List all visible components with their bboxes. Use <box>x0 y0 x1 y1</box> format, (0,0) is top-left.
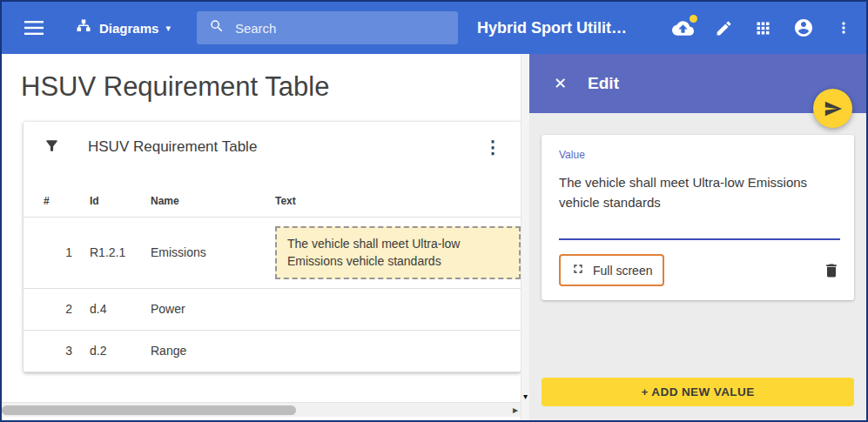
cell-num: 2 <box>44 302 90 316</box>
diagrams-menu[interactable]: Diagrams ▾ <box>75 18 171 37</box>
cell-id: d.2 <box>90 344 151 358</box>
value-card: Value The vehicle shall meet Ultra-low E… <box>542 135 854 300</box>
account-icon[interactable] <box>793 17 814 38</box>
search-icon <box>209 18 225 37</box>
diagrams-label: Diagrams <box>99 21 158 36</box>
edit-pencil-icon[interactable] <box>715 19 733 37</box>
filter-funnel-icon[interactable] <box>44 137 60 157</box>
cell-num: 1 <box>44 245 90 259</box>
diagrams-icon <box>75 18 92 37</box>
edit-panel-title: Edit <box>588 74 619 93</box>
col-header-text: Text <box>275 195 521 207</box>
document-title: Hybrid Sport Utilit… <box>477 19 627 37</box>
topbar-actions <box>672 17 852 39</box>
overflow-kebab-icon[interactable] <box>835 19 852 37</box>
document-panel: HSUV Requirement Table HSUV Requirement … <box>2 54 521 420</box>
send-fab-button[interactable] <box>813 89 852 128</box>
selected-text-cell[interactable]: The vehicle shall meet Ultra-low Emissio… <box>275 226 521 279</box>
search-box[interactable] <box>197 11 458 44</box>
main-area: HSUV Requirement Table HSUV Requirement … <box>2 54 866 420</box>
cloud-upload-icon[interactable] <box>672 17 694 39</box>
cell-id: R1.2.1 <box>90 245 151 259</box>
value-card-actions: Full screen <box>559 254 840 286</box>
table-card-title: HSUV Requirement Table <box>88 138 257 156</box>
scroll-right-arrow-icon[interactable]: ▸ <box>513 404 518 417</box>
value-field-label: Value <box>559 149 840 161</box>
table-header-row: # Id Name Text <box>24 172 521 218</box>
cell-name: Power <box>151 302 275 316</box>
topbar: Diagrams ▾ Hybrid Sport Utilit… <box>2 2 866 54</box>
cell-name: Emissions <box>151 245 275 259</box>
page-title: HSUV Requirement Table <box>21 71 521 103</box>
table-card-header: HSUV Requirement Table ⋮ <box>24 122 521 172</box>
cell-id: d.4 <box>90 302 151 316</box>
app-window: Diagrams ▾ Hybrid Sport Utilit… <box>0 0 868 422</box>
cell-num: 3 <box>44 344 90 358</box>
col-header-num: # <box>44 195 90 207</box>
value-field-text[interactable]: The vehicle shall meet Ultra-low Emissio… <box>559 173 840 212</box>
table-row[interactable]: 3 d.2 Range <box>24 331 521 372</box>
value-field-underline <box>559 238 840 240</box>
fullscreen-button[interactable]: Full screen <box>559 254 664 286</box>
delete-trash-icon[interactable] <box>823 262 840 279</box>
requirement-table-card: HSUV Requirement Table ⋮ # Id Name Text … <box>24 122 521 372</box>
send-icon <box>824 99 843 118</box>
horizontal-scrollbar[interactable]: ▸ <box>2 402 521 417</box>
col-header-name: Name <box>151 195 275 207</box>
col-header-id: Id <box>90 195 151 207</box>
table-row[interactable]: 2 d.4 Power <box>24 289 521 331</box>
vertical-scrollbar[interactable]: ▾ <box>521 54 529 420</box>
chevron-down-icon: ▾ <box>165 23 171 33</box>
table-row[interactable]: 1 R1.2.1 Emissions The vehicle shall mee… <box>24 218 521 289</box>
edit-panel: ✕ Edit Value The vehicle shall meet Ultr… <box>529 54 866 420</box>
table-kebab-icon[interactable]: ⋮ <box>479 138 507 156</box>
scroll-down-arrow-icon[interactable]: ▾ <box>523 392 528 401</box>
fullscreen-icon <box>571 262 585 278</box>
notification-dot-badge <box>690 15 697 23</box>
cell-text: The vehicle shall meet Ultra-low Emissio… <box>275 218 521 288</box>
hamburger-menu-icon[interactable] <box>24 21 44 35</box>
fullscreen-label: Full screen <box>593 264 652 278</box>
search-input[interactable] <box>235 21 446 36</box>
add-new-value-button[interactable]: + ADD NEW VALUE <box>542 378 854 406</box>
cell-name: Range <box>151 344 275 358</box>
close-icon[interactable]: ✕ <box>554 76 567 91</box>
horizontal-scrollbar-thumb[interactable] <box>2 405 296 415</box>
apps-grid-icon[interactable] <box>754 19 772 37</box>
